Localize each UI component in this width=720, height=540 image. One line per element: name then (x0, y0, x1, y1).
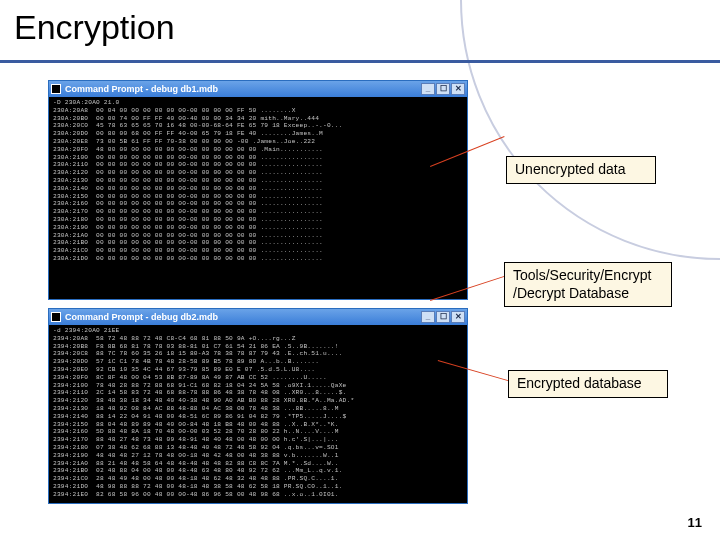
cmd-icon (51, 84, 61, 94)
window-title: Command Prompt - debug db1.mdb (65, 84, 218, 94)
console-output: -d 2394:20A0 21EE 2394:20A8 58 72 48 88 … (49, 325, 467, 503)
label-menu-path: Tools/Security/Encrypt /Decrypt Database (504, 262, 672, 307)
page-number: 11 (688, 515, 702, 530)
decorative-arc (460, 0, 720, 260)
slide-title: Encryption (14, 8, 175, 47)
cmd-icon (51, 312, 61, 322)
close-button[interactable]: ✕ (451, 83, 465, 95)
titlebar: Command Prompt - debug db2.mdb _ ☐ ✕ (49, 309, 467, 325)
minimize-button[interactable]: _ (421, 83, 435, 95)
titlebar: Command Prompt - debug db1.mdb _ ☐ ✕ (49, 81, 467, 97)
console-output: -D 230A:20A0 21.0 230A:20A8 00 04 00 00 … (49, 97, 467, 299)
cmd-window-unencrypted: Command Prompt - debug db1.mdb _ ☐ ✕ -D … (48, 80, 468, 300)
label-encrypted: Encrypted database (508, 370, 668, 398)
window-title: Command Prompt - debug db2.mdb (65, 312, 218, 322)
title-underline (0, 60, 720, 63)
close-button[interactable]: ✕ (451, 311, 465, 323)
label-unencrypted: Unencrypted data (506, 156, 656, 184)
maximize-button[interactable]: ☐ (436, 83, 450, 95)
maximize-button[interactable]: ☐ (436, 311, 450, 323)
cmd-window-encrypted: Command Prompt - debug db2.mdb _ ☐ ✕ -d … (48, 308, 468, 504)
minimize-button[interactable]: _ (421, 311, 435, 323)
